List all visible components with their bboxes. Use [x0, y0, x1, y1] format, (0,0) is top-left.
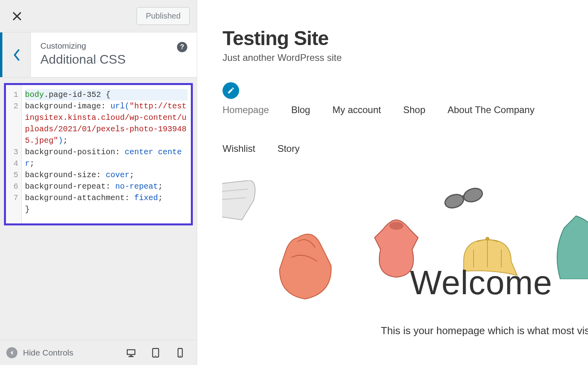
- svg-point-5: [155, 355, 156, 356]
- hide-controls-label: Hide Controls: [23, 348, 73, 357]
- tablet-icon: [150, 348, 161, 358]
- svg-point-11: [485, 237, 489, 241]
- illustration-hoodie: [270, 230, 337, 301]
- hide-controls-button[interactable]: Hide Controls: [6, 347, 120, 358]
- svg-point-10: [389, 222, 403, 230]
- code-line[interactable]: background-attachment: fixed;: [25, 192, 188, 204]
- nav-item-about-the-company[interactable]: About The Company: [447, 104, 535, 115]
- close-button[interactable]: [9, 8, 25, 25]
- site-title[interactable]: Testing Site: [223, 27, 588, 50]
- illustration-shape: [222, 180, 262, 224]
- question-icon: ?: [180, 43, 184, 51]
- line-number: 2: [6, 100, 18, 146]
- customizer-topbar: Published: [0, 0, 197, 32]
- code-editor-container: 1234567 body.page-id-352 {background-ima…: [0, 78, 197, 229]
- code-line[interactable]: background-size: cover;: [25, 169, 188, 181]
- section-title: Additional CSS: [40, 52, 187, 67]
- code-line[interactable]: }: [25, 204, 188, 215]
- code-line[interactable]: body.page-id-352 {: [25, 89, 188, 100]
- publish-status-button[interactable]: Published: [137, 7, 190, 25]
- hero-subtitle: This is your homepage which is what most…: [381, 325, 588, 337]
- line-number: 3: [6, 146, 18, 158]
- nav-item-homepage[interactable]: Homepage: [223, 104, 269, 115]
- section-overline: Customizing: [40, 41, 187, 51]
- close-icon: [12, 11, 22, 21]
- help-button[interactable]: ?: [177, 42, 187, 52]
- section-titles: Customizing Additional CSS ?: [31, 32, 197, 77]
- back-button[interactable]: [0, 32, 31, 77]
- tablet-preview-button[interactable]: [149, 346, 162, 359]
- hero-title: Welcome: [410, 263, 552, 302]
- line-number: 6: [6, 181, 18, 192]
- nav-item-shop[interactable]: Shop: [403, 104, 425, 115]
- primary-nav: HomepageBlogMy accountShopAbout The Comp…: [223, 104, 588, 154]
- device-preview-toggles: [125, 346, 186, 359]
- site-tagline: Just another WordPress site: [223, 52, 588, 63]
- nav-item-my-account[interactable]: My account: [332, 104, 381, 115]
- svg-rect-2: [130, 355, 133, 356]
- nav-item-story[interactable]: Story: [278, 143, 300, 154]
- code-line[interactable]: background-position: center center;: [25, 146, 188, 169]
- illustration-sunglasses: [440, 180, 487, 216]
- pencil-icon: [227, 87, 235, 95]
- line-number: 5: [6, 169, 18, 181]
- hero-section: Welcome This is your homepage which is w…: [222, 180, 588, 346]
- svg-point-9: [462, 186, 484, 204]
- illustration-partial: [552, 212, 588, 279]
- customizer-sidebar: Published Customizing Additional CSS ? 1…: [0, 0, 197, 365]
- svg-rect-3: [129, 356, 134, 357]
- code-content[interactable]: body.page-id-352 {background-image: url(…: [22, 85, 191, 223]
- line-number: 1: [6, 89, 18, 100]
- collapse-icon: [6, 347, 17, 358]
- svg-rect-1: [127, 350, 134, 354]
- customizer-footer: Hide Controls: [0, 340, 197, 365]
- preview-content: Testing Site Just another WordPress site…: [197, 0, 588, 346]
- site-preview: Testing Site Just another WordPress site…: [197, 0, 588, 365]
- svg-point-7: [180, 355, 181, 356]
- line-number: 4: [6, 158, 18, 169]
- section-header: Customizing Additional CSS ?: [0, 32, 197, 78]
- svg-point-8: [443, 192, 465, 210]
- code-gutter: 1234567: [6, 85, 22, 223]
- mobile-icon: [175, 348, 185, 358]
- line-number: 7: [6, 192, 18, 204]
- code-line[interactable]: background-repeat: no-repeat;: [25, 181, 188, 192]
- app-root: Published Customizing Additional CSS ? 1…: [0, 0, 588, 365]
- css-code-editor[interactable]: 1234567 body.page-id-352 {background-ima…: [4, 83, 193, 225]
- desktop-preview-button[interactable]: [125, 346, 137, 359]
- desktop-icon: [126, 348, 136, 358]
- nav-item-blog[interactable]: Blog: [291, 104, 310, 115]
- nav-item-wishlist[interactable]: Wishlist: [223, 143, 255, 154]
- mobile-preview-button[interactable]: [174, 346, 186, 359]
- code-line[interactable]: background-image: url("http://testingsit…: [25, 100, 188, 146]
- chevron-left-icon: [13, 49, 21, 61]
- edit-shortcut-button[interactable]: [223, 82, 239, 99]
